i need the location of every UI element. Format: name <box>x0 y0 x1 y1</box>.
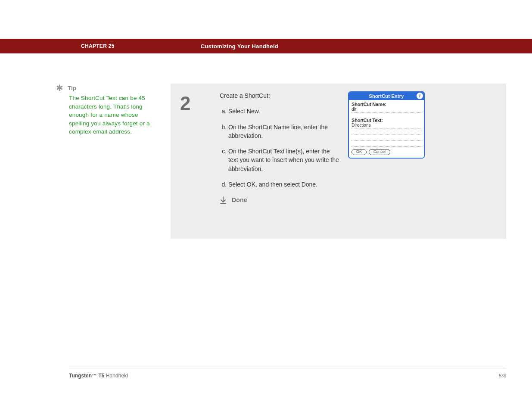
step-item: Select New. <box>228 107 340 115</box>
asterisk-icon: ✱ <box>56 84 63 92</box>
tip-body: The ShortCut Text can be 45 characters l… <box>69 94 155 136</box>
down-arrow-icon <box>220 196 227 204</box>
info-icon[interactable]: i <box>417 93 423 99</box>
chapter-label: CHAPTER 25 <box>81 43 115 49</box>
dialog-title: ShortCut Entry <box>369 93 404 99</box>
tip-label: Tip <box>68 85 76 91</box>
shortcut-name-label: ShortCut Name: <box>352 102 421 107</box>
shortcut-text-field-line[interactable] <box>352 141 421 146</box>
shortcut-name-field[interactable]: dir <box>352 107 421 112</box>
page-number: 536 <box>499 374 506 378</box>
shortcut-text-label: ShortCut Text: <box>352 118 421 123</box>
shortcut-text-field-line[interactable] <box>352 129 421 134</box>
done-label: Done <box>232 196 247 204</box>
header-band: CHAPTER 25 Customizing Your Handheld <box>0 39 532 53</box>
ok-button[interactable]: OK <box>352 149 367 155</box>
footer: Tungsten™ T5 Handheld 536 <box>69 368 506 379</box>
cancel-button[interactable]: Cancel <box>369 149 390 155</box>
section-title: Customizing Your Handheld <box>201 43 278 50</box>
product-name: Tungsten™ T5 Handheld <box>69 373 128 379</box>
step-item: Select OK, and then select Done. <box>228 180 340 189</box>
step-item: On the ShortCut Name line, enter the abb… <box>228 123 340 140</box>
step-text: Create a ShortCut: Select New. On the Sh… <box>220 91 340 229</box>
shortcut-text-field[interactable]: Directions <box>352 123 421 128</box>
tip-sidebar: ✱ Tip The ShortCut Text can be 45 charac… <box>56 84 155 239</box>
dialog-titlebar: ShortCut Entry i <box>349 92 424 100</box>
shortcut-entry-dialog: ShortCut Entry i ShortCut Name: dir Shor… <box>348 91 425 159</box>
shortcut-text-field-line[interactable] <box>352 135 421 140</box>
step-box: 2 Create a ShortCut: Select New. On the … <box>171 84 506 239</box>
step-item: On the ShortCut Text line(s), enter the … <box>228 147 340 173</box>
step-number: 2 <box>180 91 220 229</box>
step-intro: Create a ShortCut: <box>220 91 340 100</box>
